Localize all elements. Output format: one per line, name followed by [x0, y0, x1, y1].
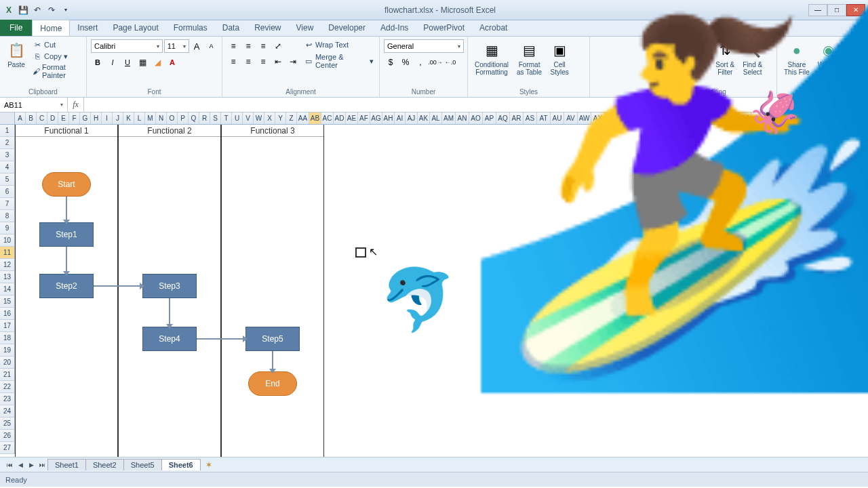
dec-decimal-button[interactable]: ←.0 [443, 56, 457, 69]
step1-shape[interactable]: Step1 [39, 222, 94, 247]
merge-center-button[interactable]: ▭Merge & Center ▾ [302, 52, 375, 70]
sheet-nav-first[interactable]: ⏮ [4, 460, 15, 470]
col-header-AH[interactable]: AH [382, 113, 395, 124]
col-header-AX[interactable]: AX [591, 113, 605, 124]
tab-acrobat[interactable]: Acrobat [472, 20, 515, 36]
col-header-B[interactable]: B [26, 113, 37, 124]
col-header-AW[interactable]: AW [578, 113, 591, 124]
col-header-Y[interactable]: Y [275, 113, 286, 124]
dec-indent-button[interactable]: ⇤ [271, 55, 285, 68]
col-header-AR[interactable]: AR [510, 113, 524, 124]
copy-button[interactable]: ⎘Copy ▾ [31, 51, 82, 62]
col-header-AI[interactable]: AI [395, 113, 406, 124]
currency-button[interactable]: $ [384, 56, 397, 69]
save-icon[interactable]: 💾 [17, 4, 29, 16]
row-header-9[interactable]: 9 [0, 222, 15, 235]
start-shape[interactable]: Start [42, 172, 91, 197]
font-color-button[interactable]: A [165, 56, 179, 69]
row-header-24[interactable]: 24 [0, 405, 15, 418]
step5-shape[interactable]: Step5 [245, 327, 300, 351]
row-header-12[interactable]: 12 [0, 259, 15, 271]
row-header-11[interactable]: 11 [0, 247, 15, 259]
row-header-15[interactable]: 15 [0, 296, 15, 308]
tab-formulas[interactable]: Formulas [166, 20, 215, 36]
share-file-button[interactable]: ●Share This File [781, 39, 812, 77]
autosum-button[interactable]: ΣAutoSum ▾ [659, 39, 710, 50]
col-header-BI[interactable]: BI [727, 113, 739, 124]
row-header-18[interactable]: 18 [0, 332, 15, 344]
col-header-R[interactable]: R [199, 113, 210, 124]
cell-styles-button[interactable]: ▣Cell Styles [547, 39, 572, 77]
col-header-D[interactable]: D [47, 113, 58, 124]
row-header-4[interactable]: 4 [0, 161, 15, 174]
col-header-AK[interactable]: AK [418, 113, 430, 124]
sheet-nav-next[interactable]: ▶ [26, 460, 37, 470]
wrap-text-button[interactable]: ↩Wrap Text [302, 39, 375, 50]
tab-powerpivot[interactable]: PowerPivot [416, 20, 472, 36]
col-header-BD[interactable]: BD [666, 113, 678, 124]
col-header-X[interactable]: X [264, 113, 275, 124]
sheet-tab-sheet5[interactable]: Sheet5 [123, 459, 162, 470]
col-header-U[interactable]: U [232, 113, 243, 124]
col-header-E[interactable]: E [58, 113, 69, 124]
minimize-button[interactable]: — [808, 4, 827, 16]
new-sheet-button[interactable]: ✶ [203, 460, 215, 470]
format-as-table-button[interactable]: ▤Format as Table [514, 39, 545, 77]
undo-icon[interactable]: ↶ [31, 4, 43, 16]
col-header-BA[interactable]: BA [629, 113, 642, 124]
row-header-8[interactable]: 8 [0, 210, 15, 222]
col-header-AN[interactable]: AN [456, 113, 469, 124]
row-header-20[interactable]: 20 [0, 357, 15, 369]
col-header-AQ[interactable]: AQ [496, 113, 510, 124]
align-left-button[interactable]: ≡ [226, 55, 240, 68]
row-header-16[interactable]: 16 [0, 308, 15, 320]
col-header-AM[interactable]: AM [442, 113, 456, 124]
tab-page-layout[interactable]: Page Layout [105, 20, 165, 36]
clear-button[interactable]: ◇Clear ▾ [659, 62, 710, 73]
conditional-formatting-button[interactable]: ▦Conditional Formatting [472, 39, 511, 77]
tab-data[interactable]: Data [215, 20, 247, 36]
col-header-AJ[interactable]: AJ [406, 113, 418, 124]
select-all-corner[interactable] [0, 113, 15, 124]
maximize-button[interactable]: □ [827, 4, 846, 16]
sheet-nav-last[interactable]: ⏭ [37, 460, 47, 470]
align-right-button[interactable]: ≡ [256, 55, 270, 68]
row-header-14[interactable]: 14 [0, 283, 15, 296]
col-header-AU[interactable]: AU [551, 113, 564, 124]
row-header-23[interactable]: 23 [0, 393, 15, 405]
align-bottom-button[interactable]: ≡ [256, 39, 270, 53]
row-header-2[interactable]: 2 [0, 137, 15, 149]
col-header-G[interactable]: G [80, 113, 91, 124]
align-middle-button[interactable]: ≡ [241, 39, 255, 53]
redo-icon[interactable]: ↷ [45, 4, 58, 16]
step4-shape[interactable]: Step4 [142, 327, 197, 351]
row-header-10[interactable]: 10 [0, 235, 15, 247]
fill-color-button[interactable]: ◢ [151, 56, 164, 69]
col-header-AE[interactable]: AE [346, 113, 358, 124]
col-header-F[interactable]: F [69, 113, 80, 124]
step2-shape[interactable]: Step2 [39, 274, 94, 298]
file-tab[interactable]: File [0, 20, 32, 36]
col-header-O[interactable]: O [167, 113, 178, 124]
close-button[interactable]: ✕ [846, 4, 865, 16]
shrink-font-button[interactable]: A [205, 39, 218, 53]
col-header-S[interactable]: S [210, 113, 221, 124]
tab-home[interactable]: Home [32, 20, 70, 36]
col-header-BG[interactable]: BG [703, 113, 715, 124]
font-family-combo[interactable]: Calibri▾ [91, 39, 163, 53]
col-header-AA[interactable]: AA [297, 113, 309, 124]
row-header-26[interactable]: 26 [0, 430, 15, 442]
tab-review[interactable]: Review [247, 20, 288, 36]
col-header-AG[interactable]: AG [370, 113, 382, 124]
inc-decimal-button[interactable]: .00→ [429, 56, 442, 69]
formula-input[interactable] [84, 98, 868, 112]
col-header-H[interactable]: H [91, 113, 102, 124]
font-size-combo[interactable]: 11▾ [164, 39, 189, 53]
tab-insert[interactable]: Insert [70, 20, 105, 36]
border-button[interactable]: ▦ [136, 56, 149, 69]
col-header-K[interactable]: K [123, 113, 134, 124]
row-header-17[interactable]: 17 [0, 320, 15, 332]
col-header-AY[interactable]: AY [605, 113, 617, 124]
tab-addins[interactable]: Add-Ins [373, 20, 416, 36]
row-header-6[interactable]: 6 [0, 186, 15, 198]
